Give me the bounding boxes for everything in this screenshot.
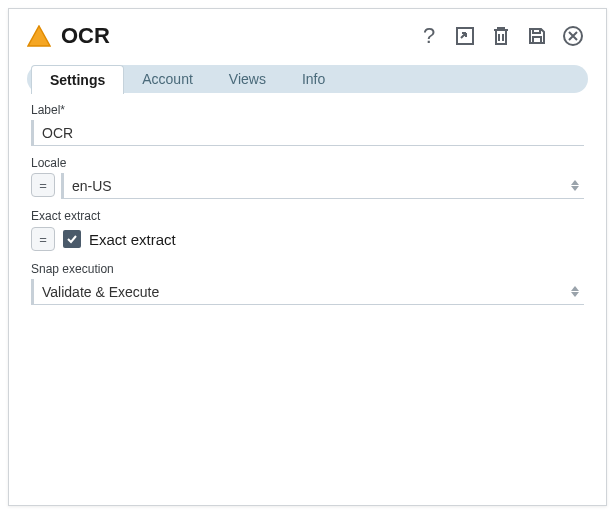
help-button[interactable]: ? [414,21,444,51]
snap-execution-select-value: Validate & Execute [34,284,570,300]
settings-panel: OCR ? [8,8,607,506]
exact-extract-expression-button[interactable]: = [31,227,55,251]
label-field-label: Label* [31,103,584,117]
tab-settings[interactable]: Settings [31,65,124,94]
label-input[interactable] [31,120,584,146]
svg-marker-0 [28,26,50,46]
snap-execution-field: Snap execution Validate & Execute [31,262,584,305]
tab-views[interactable]: Views [211,65,284,93]
exact-extract-field: Exact extract = Exact extract [31,209,584,252]
exact-extract-checkbox[interactable] [63,230,81,248]
locale-expression-button[interactable]: = [31,173,55,197]
settings-form: Label* Locale = en-US Exact extract [27,103,588,305]
delete-button[interactable] [486,21,516,51]
save-button[interactable] [522,21,552,51]
tab-account[interactable]: Account [124,65,211,93]
panel-header: OCR ? [27,21,588,51]
chevron-down-icon[interactable] [571,292,579,297]
chevron-up-icon[interactable] [571,286,579,291]
snap-execution-select[interactable]: Validate & Execute [31,279,584,305]
tab-bar: Settings Account Views Info [27,65,588,93]
header-toolbar: ? [414,21,588,51]
locale-select-value: en-US [64,178,570,194]
chevron-down-icon[interactable] [571,186,579,191]
svg-text:?: ? [423,24,435,48]
locale-spinner [570,180,584,191]
label-field: Label* [31,103,584,146]
snap-execution-spinner [570,286,584,297]
locale-field: Locale = en-US [31,156,584,199]
exact-extract-field-label: Exact extract [31,209,584,223]
chevron-up-icon[interactable] [571,180,579,185]
header-left: OCR [27,23,110,49]
triangle-icon [27,25,51,47]
locale-select[interactable]: en-US [61,173,584,199]
exact-extract-checkbox-label: Exact extract [89,231,176,248]
tab-info[interactable]: Info [284,65,343,93]
close-button[interactable] [558,21,588,51]
panel-title: OCR [61,23,110,49]
locale-field-label: Locale [31,156,584,170]
expand-button[interactable] [450,21,480,51]
snap-execution-field-label: Snap execution [31,262,584,276]
